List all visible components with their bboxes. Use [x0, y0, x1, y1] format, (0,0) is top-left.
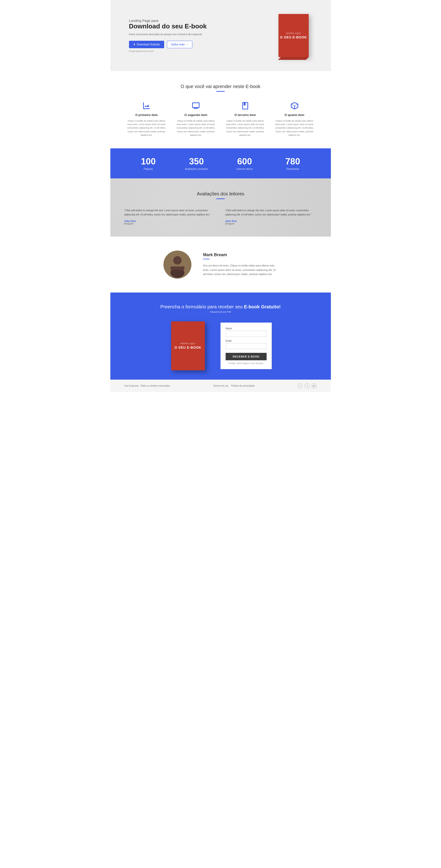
review-role-2: Designer: [225, 222, 317, 225]
footer-social: f t g+: [297, 383, 317, 389]
stat-downloads: 780 Downloads: [269, 156, 317, 170]
stat-reviews: 350 Avaliações positivas: [172, 156, 220, 170]
stat-number-downloads: 780: [269, 156, 317, 166]
author-role: Autor: [203, 257, 278, 260]
review-item-1: "Click edit button to change this text. …: [124, 209, 216, 225]
feature-item-4: O quarto item Clique no botão de edição …: [272, 101, 317, 137]
reviews-section: Avaliações dos leitores "Click edit butt…: [111, 178, 331, 237]
review-author-2: John Doe: [225, 220, 317, 222]
chart-icon: [141, 101, 152, 111]
form-privacy: Privado, 100% seguro e sem dt spam.: [226, 362, 266, 365]
feature-item-3: O terceiro item Clique no botão de ediçã…: [223, 101, 267, 137]
feature-text-3: Clique no botão de edição para alterar e…: [225, 119, 265, 137]
features-title: O que você vai aprender neste E-book: [124, 84, 317, 89]
footer-link-terms[interactable]: Termos de uso: [213, 384, 228, 387]
feature-item-2: O segundo item Clique no botão de edição…: [174, 101, 218, 137]
stat-readers: 600 Leitores ativos: [220, 156, 269, 170]
book-cover-title: O SEU E-BOOK: [280, 35, 307, 39]
hero-subtitle: Landing Page para: [129, 19, 207, 23]
facebook-icon[interactable]: f: [297, 383, 303, 389]
feature-text-2: Clique no botão de edição para alterar e…: [176, 119, 216, 137]
author-bio: Sou um bloco de texto. Clique no botão e…: [203, 264, 278, 276]
review-item-2: "Click edit button to change this text. …: [225, 209, 317, 225]
feature-title-3: O terceiro item: [225, 113, 265, 117]
stats-section: 100 Páginas 350 Avaliações positivas 600…: [111, 148, 331, 178]
book-cover: INSIRA AQUI O SEU E-BOOK: [279, 14, 309, 57]
cta-title: Preencha o formulário para receber seu E…: [124, 304, 317, 310]
googleplus-icon[interactable]: g+: [312, 383, 317, 389]
feature-text-1: Clique no botão de edição para alterar e…: [127, 119, 167, 137]
cta-form: Nome Email RECEBER E-BOOK Privado, 100% …: [220, 322, 272, 369]
form-name-input[interactable]: [226, 331, 266, 337]
hero-text: Landing Page para Download do seu E-book…: [129, 19, 207, 53]
features-grid: O primeiro item Clique no botão de ediçã…: [124, 101, 317, 137]
review-text-1: "Click edit button to change this text. …: [124, 209, 216, 217]
feature-text-4: Clique no botão de edição para alterar e…: [275, 119, 315, 137]
book-icon: [240, 101, 251, 111]
review-role-1: Designer: [124, 222, 216, 225]
cta-subtitle: Disponível em Pdf: [124, 310, 317, 313]
cta-book-title: O SEU E-BOOK: [175, 346, 201, 349]
download-icon: ⬇: [133, 43, 135, 46]
reviews-title: Avaliações dos leitores: [124, 191, 317, 196]
form-name-group: Nome: [226, 327, 266, 337]
download-button[interactable]: ⬇ Download Gratuito: [129, 41, 164, 48]
features-section: O que você vai aprender neste E-book O p…: [111, 71, 331, 148]
stat-number-reviews: 350: [172, 156, 220, 166]
hero-description: Insira uma breve descrição do porque seu…: [129, 32, 207, 36]
author-section: Mark Bream Autor Sou um bloco de texto. …: [111, 237, 331, 292]
form-email-label: Email: [226, 340, 266, 342]
stat-label-downloads: Downloads: [269, 167, 317, 170]
codepen-icon: [289, 101, 300, 111]
submit-button[interactable]: RECEBER E-BOOK: [226, 353, 266, 360]
author-info: Mark Bream Autor Sou um bloco de texto. …: [203, 252, 278, 276]
stat-number-pages: 100: [124, 156, 172, 166]
learn-more-button[interactable]: Saiba mais →: [167, 41, 192, 48]
cta-book: INSIRA AQUI O SEU E-BOOK: [169, 321, 207, 370]
svg-point-1: [173, 256, 182, 265]
cta-content: INSIRA AQUI O SEU E-BOOK Nome Email RECE…: [124, 321, 317, 370]
author-name: Mark Bream: [203, 252, 278, 257]
stat-number-readers: 600: [220, 156, 269, 166]
hero-note: E-book disponível em PDF: [129, 50, 207, 53]
author-avatar: [163, 251, 191, 279]
stat-label-reviews: Avaliações positivas: [172, 167, 220, 170]
form-email-input[interactable]: [226, 343, 266, 349]
feature-title-2: O segundo item: [176, 113, 216, 117]
feature-title-4: O quarto item: [275, 113, 315, 117]
reviews-grid: "Click edit button to change this text. …: [124, 209, 317, 225]
cta-book-cover: INSIRA AQUI O SEU E-BOOK: [171, 321, 205, 370]
svg-rect-3: [170, 267, 184, 270]
form-email-group: Email: [226, 340, 266, 349]
cta-book-subtitle: INSIRA AQUI: [181, 342, 196, 345]
reviews-divider: [216, 198, 225, 199]
hero-section: Landing Page para Download do seu E-book…: [111, 0, 331, 71]
footer-link-privacy[interactable]: Política de privacidade: [231, 384, 255, 387]
stat-label-pages: Páginas: [124, 167, 172, 170]
footer-links: Termos de uso Política de privacidade: [213, 384, 254, 387]
section-divider: [216, 91, 225, 92]
review-author-1: John Doe: [124, 220, 216, 222]
footer-copy: Sua Empresa - Todos os direitos reservad…: [124, 384, 170, 387]
feature-item-1: O primeiro item Clique no botão de ediçã…: [124, 101, 169, 137]
feature-title-1: O primeiro item: [127, 113, 167, 117]
stat-label-readers: Leitores ativos: [220, 167, 269, 170]
cta-section: Preencha o formulário para receber seu E…: [111, 292, 331, 380]
form-name-label: Nome: [226, 327, 266, 330]
stat-pages: 100 Páginas: [124, 156, 172, 170]
twitter-icon[interactable]: t: [305, 383, 310, 389]
review-text-2: "Click edit button to change this text. …: [225, 209, 317, 217]
hero-title: Download do seu E-book: [129, 23, 207, 30]
hero-book: INSIRA AQUI O SEU E-BOOK: [275, 14, 312, 57]
monitor-icon: [190, 101, 201, 111]
book-cover-subtitle: INSIRA AQUI: [286, 32, 301, 34]
hero-buttons: ⬇ Download Gratuito Saiba mais →: [129, 41, 207, 48]
footer: Sua Empresa - Todos os direitos reservad…: [111, 380, 331, 392]
